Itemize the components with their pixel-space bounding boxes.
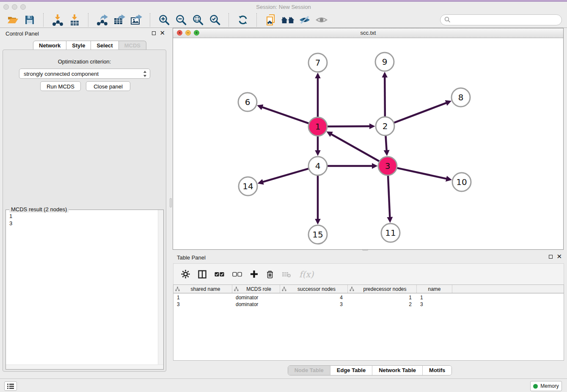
column-header-successor-nodes[interactable]: successor nodes [280, 285, 348, 293]
edge-1-to-2[interactable] [327, 126, 370, 127]
table-row[interactable]: 1dominator411 [173, 294, 564, 301]
svg-text:14: 14 [242, 181, 253, 191]
tab-mcds[interactable]: MCDS [119, 41, 146, 50]
search-input[interactable] [440, 14, 562, 25]
apply-function-button[interactable]: f(x) [299, 269, 314, 279]
edge-3-to-10[interactable] [396, 168, 446, 179]
table-cell[interactable]: 4 [280, 295, 348, 301]
search-field[interactable] [451, 16, 561, 23]
zoom-out-button[interactable] [173, 12, 190, 28]
copy-view-button[interactable] [262, 12, 279, 28]
import-network-button[interactable] [49, 12, 66, 28]
graph-node-7[interactable]: 7 [308, 53, 327, 72]
table-cell[interactable]: 3 [417, 301, 452, 307]
open-session-button[interactable] [4, 12, 21, 28]
zoom-in-button[interactable] [156, 12, 173, 28]
float-panel-icon[interactable] [152, 31, 156, 35]
table-tabs: Node TableEdge TableNetwork TableMotifs [173, 365, 567, 375]
table-cell[interactable]: 1 [348, 295, 417, 301]
svg-text:1: 1 [315, 121, 321, 132]
show-view-button[interactable] [313, 12, 330, 28]
node-table: shared nameMCDS rolesuccessor nodesprede… [173, 284, 564, 361]
graph-node-2[interactable]: 2 [376, 117, 394, 135]
zoom-fit-button[interactable] [190, 12, 206, 28]
graph-node-4[interactable]: 4 [308, 157, 327, 175]
edge-2-to-9[interactable] [385, 77, 385, 117]
close-panel-icon[interactable]: ✕ [160, 30, 165, 36]
toolbar-separator [150, 13, 151, 27]
export-image-button[interactable] [128, 12, 145, 28]
network-graph-canvas[interactable]: 7968124314101511 [173, 38, 563, 250]
table-row[interactable]: 3dominator323 [173, 301, 564, 308]
zoom-selected-button[interactable] [206, 12, 223, 28]
result-vertical-scrollbar[interactable] [158, 210, 163, 369]
graph-node-10[interactable]: 10 [452, 173, 471, 191]
toggle-columns-button[interactable] [198, 270, 206, 279]
tab-network[interactable]: Network [33, 41, 66, 50]
result-horizontal-scrollbar[interactable] [6, 364, 163, 369]
table-cell[interactable]: 1 [173, 295, 232, 301]
edge-3-to-11[interactable] [388, 175, 390, 218]
mcds-result-box: MCDS result (2 nodes) 13 [6, 210, 164, 370]
close-table-panel-icon[interactable]: ✕ [556, 254, 562, 259]
delete-column-button[interactable] [266, 270, 274, 279]
tab-select[interactable]: Select [91, 41, 118, 50]
dropdown-stepper-icon [143, 70, 147, 79]
save-session-button[interactable] [21, 12, 38, 28]
home-layout-button[interactable] [279, 12, 296, 28]
deselect-all-button[interactable] [232, 271, 242, 277]
splitter-handle[interactable] [170, 198, 172, 207]
table-cell[interactable]: 3 [173, 301, 232, 307]
tab-edge-table[interactable]: Edge Table [330, 366, 372, 375]
edge-1-to-6[interactable] [262, 107, 309, 124]
network-window-titlebar[interactable]: × − + scc.txt [173, 28, 563, 38]
graph-node-3[interactable]: 3 [378, 157, 397, 175]
graph-node-6[interactable]: 6 [238, 93, 257, 111]
table-cell[interactable]: 3 [280, 301, 348, 307]
export-table-button[interactable] [111, 12, 128, 28]
toolbar-separator [43, 13, 44, 27]
hide-network-button[interactable] [296, 12, 313, 28]
zoom-in-icon [158, 14, 170, 26]
refresh-view-button[interactable] [234, 12, 251, 28]
column-header-predecessor-nodes[interactable]: predecessor nodes [348, 285, 417, 293]
column-header-name[interactable]: name [417, 285, 452, 293]
delete-table-button[interactable] [282, 271, 291, 278]
import-table-button[interactable] [66, 12, 83, 28]
export-network-button[interactable] [94, 12, 111, 28]
tab-network-table[interactable]: Network Table [372, 366, 422, 375]
vertical-splitter[interactable] [169, 28, 173, 378]
graph-node-15[interactable]: 15 [308, 225, 327, 244]
close-panel-button[interactable]: Close panel [86, 81, 130, 91]
optimization-criterion-dropdown[interactable]: strongly connected component [19, 69, 150, 79]
edge-2-to-3[interactable] [385, 135, 386, 151]
table-cell[interactable]: dominator [232, 295, 280, 301]
graph-node-8[interactable]: 8 [451, 88, 470, 107]
memory-button[interactable]: Memory [530, 381, 562, 391]
edge-2-to-8[interactable] [394, 103, 447, 123]
task-history-button[interactable] [4, 381, 17, 391]
graph-node-14[interactable]: 14 [239, 177, 257, 196]
select-all-button[interactable] [215, 271, 224, 277]
tab-node-table[interactable]: Node Table [288, 366, 330, 375]
toolbar-separator [88, 13, 89, 27]
graph-node-1[interactable]: 1 [308, 117, 327, 136]
add-column-button[interactable] [250, 270, 258, 278]
table-settings-button[interactable] [181, 270, 190, 279]
tab-style[interactable]: Style [66, 41, 91, 50]
table-cell[interactable]: 1 [417, 295, 452, 301]
column-header-MCDS-role[interactable]: MCDS role [232, 285, 280, 293]
toolbar-separator [256, 13, 257, 27]
graph-node-11[interactable]: 11 [381, 224, 400, 242]
column-header-shared-name[interactable]: shared name [173, 285, 232, 293]
edge-3-to-1[interactable] [331, 134, 379, 162]
svg-text:4: 4 [315, 161, 321, 171]
graph-node-9[interactable]: 9 [375, 52, 394, 71]
result-line: 1 [9, 213, 12, 220]
table-cell[interactable]: 2 [348, 301, 417, 307]
float-table-panel-icon[interactable] [549, 255, 553, 259]
run-mcds-button[interactable]: Run MCDS [40, 81, 81, 91]
tab-motifs[interactable]: Motifs [422, 366, 451, 375]
table-cell[interactable]: dominator [232, 301, 280, 307]
edge-4-to-14[interactable] [263, 168, 309, 182]
